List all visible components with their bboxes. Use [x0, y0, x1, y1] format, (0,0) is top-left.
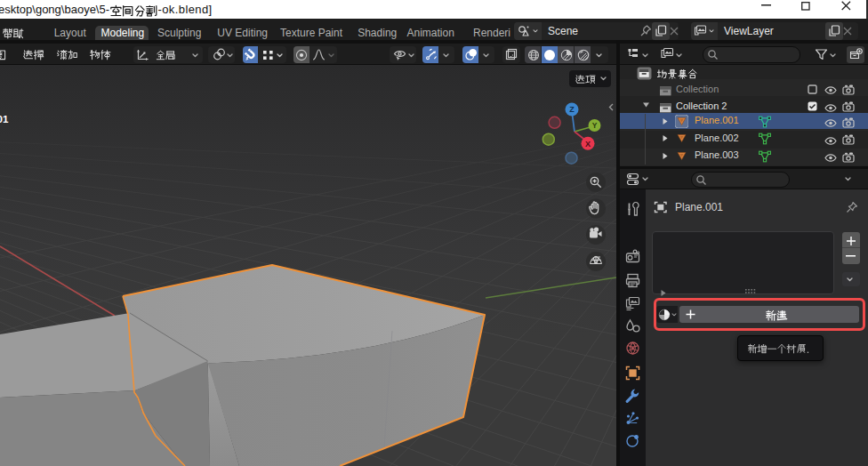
- svg-text:X: X: [585, 140, 591, 149]
- svg-text:Y: Y: [592, 121, 598, 130]
- svg-text:Z: Z: [569, 105, 575, 114]
- svg-text:01: 01: [0, 114, 9, 125]
